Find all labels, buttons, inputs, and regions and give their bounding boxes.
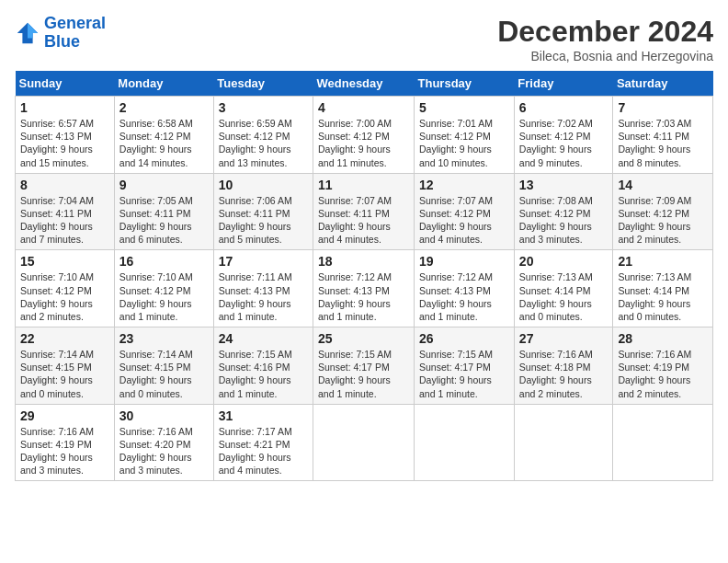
day-number: 2 <box>119 100 209 115</box>
day-info: Sunrise: 6:58 AMSunset: 4:12 PMDaylight:… <box>119 117 209 169</box>
day-info: Sunrise: 7:17 AMSunset: 4:21 PMDaylight:… <box>219 425 308 477</box>
day-info: Sunrise: 7:00 AMSunset: 4:12 PMDaylight:… <box>318 117 409 169</box>
day-cell: 2Sunrise: 6:58 AMSunset: 4:12 PMDaylight… <box>114 97 213 174</box>
day-number: 9 <box>119 178 209 192</box>
day-info: Sunrise: 7:05 AMSunset: 4:11 PMDaylight:… <box>119 194 209 247</box>
day-info: Sunrise: 7:04 AMSunset: 4:11 PMDaylight:… <box>20 194 109 247</box>
day-info: Sunrise: 7:16 AMSunset: 4:20 PMDaylight:… <box>119 425 209 477</box>
day-info: Sunrise: 7:13 AMSunset: 4:14 PMDaylight:… <box>519 270 609 323</box>
day-cell: 10Sunrise: 7:06 AMSunset: 4:11 PMDayligh… <box>213 173 313 250</box>
calendar-table: SundayMondayTuesdayWednesdayThursdayFrid… <box>15 71 713 481</box>
day-info: Sunrise: 7:01 AMSunset: 4:12 PMDaylight:… <box>419 117 509 169</box>
day-cell: 13Sunrise: 7:08 AMSunset: 4:12 PMDayligh… <box>514 173 613 250</box>
day-number: 20 <box>519 254 609 269</box>
day-cell: 15Sunrise: 7:10 AMSunset: 4:12 PMDayligh… <box>16 250 115 327</box>
day-info: Sunrise: 7:07 AMSunset: 4:12 PMDaylight:… <box>419 194 509 247</box>
day-info: Sunrise: 7:12 AMSunset: 4:13 PMDaylight:… <box>419 270 509 323</box>
day-cell <box>514 404 613 481</box>
day-info: Sunrise: 7:13 AMSunset: 4:14 PMDaylight:… <box>618 270 708 323</box>
day-cell: 30Sunrise: 7:16 AMSunset: 4:20 PMDayligh… <box>114 404 213 481</box>
day-cell: 29Sunrise: 7:16 AMSunset: 4:19 PMDayligh… <box>16 404 115 481</box>
day-info: Sunrise: 6:59 AMSunset: 4:12 PMDaylight:… <box>219 117 308 169</box>
week-row-4: 22Sunrise: 7:14 AMSunset: 4:15 PMDayligh… <box>16 327 713 405</box>
day-number: 19 <box>419 254 509 269</box>
day-number: 8 <box>20 178 109 192</box>
location-title: Bileca, Bosnia and Herzegovina <box>497 49 713 63</box>
day-info: Sunrise: 7:14 AMSunset: 4:15 PMDaylight:… <box>119 348 209 400</box>
title-block: December 2024 Bileca, Bosnia and Herzego… <box>497 15 713 63</box>
day-number: 4 <box>318 100 409 115</box>
day-cell: 22Sunrise: 7:14 AMSunset: 4:15 PMDayligh… <box>16 327 115 405</box>
logo: General Blue <box>15 15 106 52</box>
day-info: Sunrise: 7:16 AMSunset: 4:19 PMDaylight:… <box>20 425 109 477</box>
day-number: 3 <box>219 100 308 115</box>
day-number: 15 <box>20 254 109 269</box>
day-cell: 11Sunrise: 7:07 AMSunset: 4:11 PMDayligh… <box>313 173 415 250</box>
day-number: 6 <box>519 100 609 115</box>
day-number: 7 <box>618 100 708 115</box>
day-cell: 12Sunrise: 7:07 AMSunset: 4:12 PMDayligh… <box>415 173 515 250</box>
day-info: Sunrise: 7:11 AMSunset: 4:13 PMDaylight:… <box>219 270 308 323</box>
day-cell: 21Sunrise: 7:13 AMSunset: 4:14 PMDayligh… <box>613 250 713 327</box>
day-info: Sunrise: 7:14 AMSunset: 4:15 PMDaylight:… <box>20 348 109 400</box>
month-title: December 2024 <box>497 15 713 49</box>
day-number: 28 <box>618 331 708 346</box>
day-cell: 3Sunrise: 6:59 AMSunset: 4:12 PMDaylight… <box>213 97 313 174</box>
day-number: 21 <box>618 254 708 269</box>
day-number: 16 <box>119 254 209 269</box>
day-info: Sunrise: 7:15 AMSunset: 4:17 PMDaylight:… <box>318 348 409 400</box>
day-info: Sunrise: 7:12 AMSunset: 4:13 PMDaylight:… <box>318 270 409 323</box>
week-row-2: 8Sunrise: 7:04 AMSunset: 4:11 PMDaylight… <box>16 173 713 250</box>
day-info: Sunrise: 7:15 AMSunset: 4:17 PMDaylight:… <box>419 348 509 400</box>
day-number: 1 <box>20 100 109 115</box>
day-number: 29 <box>20 408 109 423</box>
day-cell: 14Sunrise: 7:09 AMSunset: 4:12 PMDayligh… <box>613 173 713 250</box>
day-cell: 1Sunrise: 6:57 AMSunset: 4:13 PMDaylight… <box>16 97 115 174</box>
day-cell <box>415 404 515 481</box>
day-number: 25 <box>318 331 409 346</box>
day-cell: 18Sunrise: 7:12 AMSunset: 4:13 PMDayligh… <box>313 250 415 327</box>
day-info: Sunrise: 7:09 AMSunset: 4:12 PMDaylight:… <box>618 194 708 247</box>
day-info: Sunrise: 6:57 AMSunset: 4:13 PMDaylight:… <box>20 117 109 169</box>
weekday-header-tuesday: Tuesday <box>213 71 313 97</box>
day-cell: 16Sunrise: 7:10 AMSunset: 4:12 PMDayligh… <box>114 250 213 327</box>
day-number: 10 <box>219 178 308 192</box>
day-number: 14 <box>618 178 708 192</box>
day-cell: 20Sunrise: 7:13 AMSunset: 4:14 PMDayligh… <box>514 250 613 327</box>
day-number: 17 <box>219 254 308 269</box>
day-info: Sunrise: 7:02 AMSunset: 4:12 PMDaylight:… <box>519 117 609 169</box>
day-cell: 4Sunrise: 7:00 AMSunset: 4:12 PMDaylight… <box>313 97 415 174</box>
day-cell: 6Sunrise: 7:02 AMSunset: 4:12 PMDaylight… <box>514 97 613 174</box>
logo-text: General Blue <box>44 15 106 52</box>
day-cell: 28Sunrise: 7:16 AMSunset: 4:19 PMDayligh… <box>613 327 713 405</box>
day-info: Sunrise: 7:06 AMSunset: 4:11 PMDaylight:… <box>219 194 308 247</box>
svg-marker-2 <box>28 23 38 39</box>
day-info: Sunrise: 7:10 AMSunset: 4:12 PMDaylight:… <box>20 270 109 323</box>
weekday-header-saturday: Saturday <box>613 71 713 97</box>
day-info: Sunrise: 7:07 AMSunset: 4:11 PMDaylight:… <box>318 194 409 247</box>
day-number: 31 <box>219 408 308 423</box>
day-cell: 23Sunrise: 7:14 AMSunset: 4:15 PMDayligh… <box>114 327 213 405</box>
day-cell: 17Sunrise: 7:11 AMSunset: 4:13 PMDayligh… <box>213 250 313 327</box>
weekday-header-friday: Friday <box>514 71 613 97</box>
day-cell: 5Sunrise: 7:01 AMSunset: 4:12 PMDaylight… <box>415 97 515 174</box>
logo-blue: Blue <box>44 32 80 51</box>
day-number: 27 <box>519 331 609 346</box>
day-number: 24 <box>219 331 308 346</box>
weekday-header-monday: Monday <box>114 71 213 97</box>
day-cell <box>313 404 415 481</box>
week-row-3: 15Sunrise: 7:10 AMSunset: 4:12 PMDayligh… <box>16 250 713 327</box>
weekday-header-wednesday: Wednesday <box>313 71 415 97</box>
day-cell: 26Sunrise: 7:15 AMSunset: 4:17 PMDayligh… <box>415 327 515 405</box>
week-row-1: 1Sunrise: 6:57 AMSunset: 4:13 PMDaylight… <box>16 97 713 174</box>
day-number: 26 <box>419 331 509 346</box>
day-cell <box>613 404 713 481</box>
logo-icon <box>15 20 40 46</box>
day-cell: 19Sunrise: 7:12 AMSunset: 4:13 PMDayligh… <box>415 250 515 327</box>
day-number: 22 <box>20 331 109 346</box>
weekday-header-row: SundayMondayTuesdayWednesdayThursdayFrid… <box>16 71 713 97</box>
day-number: 13 <box>519 178 609 192</box>
day-number: 18 <box>318 254 409 269</box>
weekday-header-thursday: Thursday <box>415 71 515 97</box>
day-cell: 8Sunrise: 7:04 AMSunset: 4:11 PMDaylight… <box>16 173 115 250</box>
